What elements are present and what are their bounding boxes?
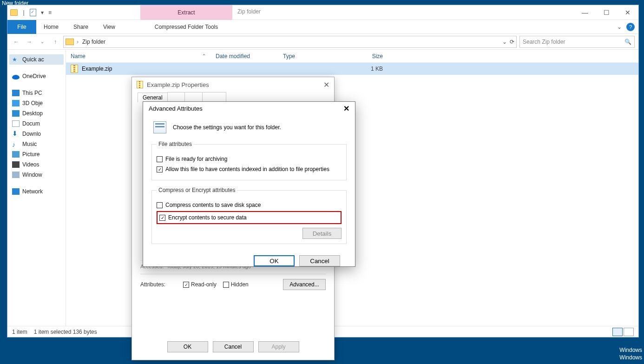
tab-hidden-3[interactable] <box>202 92 226 102</box>
apply-button[interactable]: Apply <box>258 341 299 352</box>
sidebar-item-this-pc[interactable]: This PC <box>9 88 64 98</box>
ribbon-tabs: File Home Share View Compressed Folder T… <box>7 20 638 34</box>
file-size: 1 KB <box>346 66 388 72</box>
music-icon: ♪ <box>12 141 20 147</box>
sidebar-item-label: This PC <box>22 90 42 96</box>
tab-general[interactable]: General <box>138 93 168 102</box>
breadcrumb-location[interactable]: Zip folder <box>81 39 106 45</box>
sidebar-item-downloads[interactable]: ⬇Downlo <box>9 129 64 139</box>
ok-button[interactable]: OK <box>254 255 295 266</box>
maximize-button[interactable]: ☐ <box>596 5 617 20</box>
address-bar[interactable]: › Zip folder ⌄ ⟳ <box>63 36 517 48</box>
file-tab[interactable]: File <box>7 20 36 34</box>
contextual-tab-header: Extract <box>140 5 232 20</box>
advanced-buttons: OK Cancel <box>151 251 347 266</box>
sidebar-item-label: Network <box>22 188 43 195</box>
tab-hidden-2[interactable] <box>184 92 203 102</box>
window-title: Zip folder <box>237 8 261 15</box>
network-icon <box>12 188 20 195</box>
sidebar-item-3d-objects[interactable]: 3D Obje <box>9 98 64 108</box>
sidebar-item-label: Downlo <box>22 131 41 137</box>
encrypt-checkbox[interactable]: ✓Encrypt contents to secure data <box>159 212 339 223</box>
search-icon[interactable]: 🔍 <box>624 39 631 45</box>
up-button[interactable]: ↑ <box>50 37 60 47</box>
windows-watermark: Windows Windows <box>619 346 642 361</box>
help-icon[interactable]: ? <box>626 23 635 31</box>
dialog-title: Example.zip Properties <box>147 81 209 88</box>
share-tab[interactable]: Share <box>66 20 96 34</box>
explorer-titlebar[interactable]: | ▾ ≡ Extract Zip folder — ☐ ✕ <box>7 5 638 20</box>
cancel-button[interactable]: Cancel <box>299 255 340 266</box>
properties-icon[interactable] <box>30 9 36 16</box>
group-label: File attributes <box>157 141 194 147</box>
encrypt-highlight: ✓Encrypt contents to secure data <box>157 211 342 224</box>
group-label: Compress or Encrypt attributes <box>157 187 237 193</box>
forward-button[interactable]: → <box>24 37 34 47</box>
search-input[interactable]: Search Zip folder 🔍 <box>519 36 635 48</box>
index-checkbox[interactable]: ✓Allow this file to have contents indexe… <box>157 164 342 174</box>
cancel-button[interactable]: Cancel <box>213 341 254 352</box>
column-size[interactable]: Size <box>346 53 388 60</box>
view-tab[interactable]: View <box>96 20 123 34</box>
sidebar-item-windows[interactable]: Window <box>9 170 64 180</box>
sidebar-item-network[interactable]: Network <box>9 186 64 197</box>
close-icon[interactable]: ✕ <box>323 80 329 89</box>
column-name[interactable]: Name⌃ <box>66 53 211 60</box>
column-type[interactable]: Type <box>278 53 346 60</box>
folder-settings-icon <box>153 121 166 133</box>
sidebar-item-label: Docum <box>22 120 40 127</box>
advanced-attributes-dialog: Advanced Attributes ✕ Choose the setting… <box>143 101 355 267</box>
sidebar-item-label: Quick ac <box>22 56 44 63</box>
dialog-intro: Choose the settings you want for this fo… <box>151 118 347 141</box>
pictures-icon <box>12 151 20 158</box>
intro-text: Choose the settings you want for this fo… <box>173 124 281 131</box>
compress-checkbox[interactable]: Compress contents to save disk space <box>157 200 342 210</box>
compressed-folder-tools-tab[interactable]: Compressed Folder Tools <box>140 24 232 30</box>
back-button[interactable]: ← <box>11 37 21 47</box>
file-name: Example.zip <box>82 66 112 72</box>
recent-dropdown-icon[interactable]: ⌄ <box>37 37 47 47</box>
sidebar-item-quick-access[interactable]: ★Quick ac <box>9 54 64 65</box>
details-view-button[interactable] <box>612 328 623 336</box>
document-icon <box>12 120 20 127</box>
properties-titlebar[interactable]: Example.zip Properties ✕ <box>132 77 334 92</box>
qat-overflow-icon[interactable]: ≡ <box>48 9 52 16</box>
window-controls: — ☐ ✕ <box>574 5 638 20</box>
column-date[interactable]: Date modified <box>211 53 278 60</box>
column-headers: Name⌃ Date modified Type Size <box>66 50 638 63</box>
qat-dropdown-icon[interactable]: ▾ <box>40 9 45 16</box>
archive-checkbox[interactable]: File is ready for archiving <box>157 154 342 164</box>
advanced-titlebar[interactable]: Advanced Attributes ✕ <box>143 102 355 115</box>
home-tab[interactable]: Home <box>36 20 66 34</box>
ribbon-expand-icon[interactable]: ⌄ <box>617 24 622 30</box>
address-row: ← → ⌄ ↑ › Zip folder ⌄ ⟳ Search Zip fold… <box>7 34 638 50</box>
sidebar-item-videos[interactable]: Videos <box>9 159 64 170</box>
pc-icon <box>12 90 20 96</box>
close-button[interactable]: ✕ <box>617 5 638 20</box>
hidden-checkbox[interactable]: Hidden <box>223 281 249 288</box>
ok-button[interactable]: OK <box>167 341 208 352</box>
tab-hidden-1[interactable] <box>167 92 185 102</box>
desktop-icon <box>12 110 20 117</box>
file-row[interactable]: Example.zip 1 KB <box>66 63 638 75</box>
minimize-button[interactable]: — <box>574 5 596 20</box>
details-button[interactable]: Details <box>302 228 342 239</box>
checkbox-label: File is ready for archiving <box>165 156 227 162</box>
checkbox-label: Encrypt contents to secure data <box>168 214 247 221</box>
sidebar-item-music[interactable]: ♪Music <box>9 139 64 149</box>
close-icon[interactable]: ✕ <box>343 104 349 113</box>
checkbox-label: Hidden <box>231 281 249 288</box>
compress-encrypt-group: Compress or Encrypt attributes Compress … <box>151 187 347 244</box>
sidebar-item-onedrive[interactable]: OneDrive <box>9 71 64 81</box>
sidebar-item-pictures[interactable]: Picture <box>9 149 64 159</box>
column-label: Name <box>71 53 85 60</box>
sidebar-item-documents[interactable]: Docum <box>9 119 64 129</box>
refresh-icon[interactable]: ⟳ <box>510 39 514 45</box>
advanced-button[interactable]: Advanced... <box>283 279 326 290</box>
drive-icon <box>12 172 20 178</box>
sidebar-item-desktop[interactable]: Desktop <box>9 108 64 119</box>
address-dropdown-icon[interactable]: ⌄ <box>502 39 507 45</box>
readonly-checkbox[interactable]: ✓Read-only <box>183 281 217 288</box>
thumbnails-view-button[interactable] <box>624 328 634 336</box>
sidebar-item-label: Videos <box>22 161 39 168</box>
